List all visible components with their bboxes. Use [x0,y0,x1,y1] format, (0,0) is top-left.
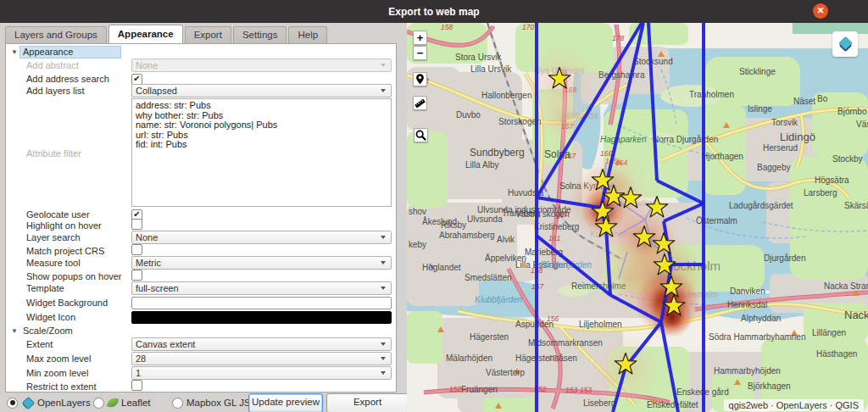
tab-export[interactable]: Export [185,26,231,43]
mapbox-radio-group[interactable]: Mapbox GL JS [172,393,251,412]
map-label: Nacka [844,309,868,321]
map-label: Duvbo [456,110,481,120]
search-icon [415,129,427,142]
export-footer: OpenLayers Leaflet Mapbox GL JS Update p… [5,393,397,412]
template-select[interactable]: full-screen [131,281,392,295]
map-label: Väst [856,120,868,129]
chevron-down-icon [381,236,386,239]
extent-select[interactable]: Canvas extent [131,337,392,351]
section-scale-zoom[interactable]: ▼ Scale/Zoom [6,325,396,337]
map-label: Högsätra [815,175,849,185]
map-label: shov [409,207,426,216]
chevron-down-icon [381,371,386,375]
map-search-button[interactable] [414,128,428,142]
tab-help[interactable]: Help [288,26,327,43]
tab-appearance[interactable]: Appearance [108,25,183,43]
setting-row-max-zoom-level: Max zoom level 28 [6,352,396,365]
openlayers-logo-icon [21,397,34,409]
attribute-field-item[interactable]: name: str: Voronoi polygons| Pubs [136,120,387,131]
map-preview[interactable]: ✈ Stora UrsvikLilla UrsvikNya UlriksdalB… [407,23,868,412]
setting-row-highlight-on-hover: Highlight on hover [6,220,396,231]
chevron-down-icon [381,89,386,92]
restrict-to-extent-checkbox[interactable] [131,380,142,391]
map-attribution: qgis2web · OpenLayers · QGIS [724,399,864,411]
add-layers-list-select[interactable]: Collapsed [131,84,392,97]
add-abstract-select[interactable]: None [131,58,392,72]
map-label: Lillängen [812,328,846,337]
attribute-field-item[interactable]: address: str: Pubs [136,101,387,111]
map-label: Sundbyberg [470,147,525,159]
attribute-filter-list[interactable]: address: str: Pubswhy bother: str: Pubsn… [131,98,392,207]
map-label: Herserud [763,143,798,153]
match-project-crs-checkbox[interactable] [131,244,142,255]
openlayers-radio-group[interactable]: OpenLayers [7,393,91,412]
setting-row-widget-icon: Widget Icon [6,310,396,324]
highlight-on-hover-checkbox[interactable] [131,219,142,230]
layer-search-select[interactable]: None [131,231,392,244]
widget-icon-color-button[interactable] [131,311,392,324]
measure-tool-select[interactable]: Metric [131,256,392,270]
map-label: Islinge [748,104,772,114]
map-label: Liljeholmen [579,320,622,329]
map-label: Alphyddan [741,314,781,323]
map-label: Björkhagen [748,381,791,391]
road-number-label: 178 [612,34,624,42]
map-label: Klubbfjärden [475,295,523,304]
map-label: Hägerstensåsen [515,354,577,363]
map-label: Midsommarkransen [528,338,603,348]
close-icon[interactable]: ✕ [813,3,828,19]
setting-row-add-layers-list: Add layers list Collapsed [6,84,396,97]
widget-background-color-button[interactable] [131,297,392,309]
ruler-icon [414,97,426,109]
leaflet-radio-group[interactable]: Leaflet [93,393,151,412]
dialog-tabbar: Layers and GroupsAppearanceExportSetting… [5,26,329,43]
tab-settings[interactable]: Settings [233,26,287,43]
map-label: Skärsätra [844,201,868,210]
map-layers-button[interactable] [832,31,858,57]
chevron-down-icon [381,342,386,346]
map-label: Nacka Strand [824,281,868,291]
map-label: Stocksund [633,57,673,66]
add-address-search-checkbox[interactable]: ✔ [131,74,142,85]
map-measure-button[interactable] [413,96,427,110]
map-label: Hjorthagen [702,152,743,161]
show-popups-on-hover-checkbox[interactable] [131,270,142,281]
map-zoom-in-button[interactable]: + [413,31,427,45]
map-label: Hagaparken [600,135,647,144]
leaflet-radio[interactable] [93,398,104,409]
chevron-down-icon [381,64,386,67]
setting-row-extent: Extent Canvas extent [6,337,396,351]
map-label: Bo [817,94,828,103]
heatmap-blob [536,91,590,145]
appearance-settings-panel: ▼ Appearance Add abstract None Add addre… [5,43,397,393]
update-preview-button[interactable]: Update preview [248,393,323,412]
setting-row-min-zoom-level: Min zoom level 1 [6,366,396,380]
openlayers-radio[interactable] [7,398,18,409]
map-zoom-out-button[interactable]: − [413,46,427,60]
map-label: Kristineberg [534,222,579,231]
attribute-field-item[interactable]: fid: int: Pubs [136,140,387,150]
map-label: Hammarbyhöjden [714,366,781,376]
export-button[interactable]: Export [326,393,409,412]
mapbox-radio[interactable] [172,398,183,409]
map-geolocate-button[interactable] [413,72,427,86]
tab-layers-and-groups[interactable]: Layers and Groups [5,26,107,43]
map-label: Åkeslund [422,216,457,226]
road-number-label: 170 [522,23,534,31]
map-label: Bergshamra [598,70,645,80]
section-appearance[interactable]: ▼ Appearance [6,46,396,58]
min-zoom-level-select[interactable]: 1 [131,366,392,380]
map-label: Lidingö [780,131,815,143]
map-label: Torsvik [771,118,798,127]
map-label: Björnbo [837,107,867,116]
collapse-arrow-icon: ▼ [11,48,19,56]
road-number-label: 153 [565,386,577,394]
setting-row-match-project-crs: Match project CRS [6,245,396,256]
map-label: Stora Ursvik [455,53,502,62]
setting-row-show-popups-on-hover: Show popups on hover [6,270,396,281]
max-zoom-level-select[interactable]: 28 [131,352,392,365]
road-number-label: 153 [580,386,592,394]
map-label: Sticklinge [739,67,776,76]
map-label: Alvik [497,235,515,244]
map-label: keby [409,240,426,249]
